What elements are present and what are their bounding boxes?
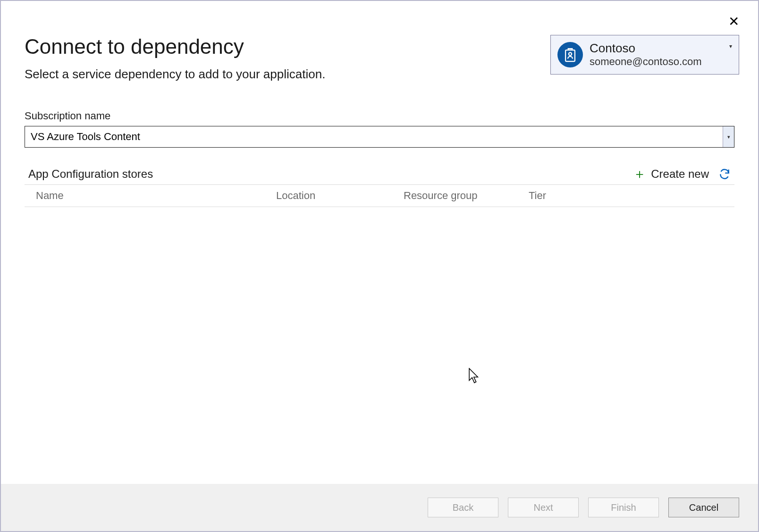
subscription-select[interactable]: VS Azure Tools Content ▾ xyxy=(25,126,734,148)
col-header-tier: Tier xyxy=(529,190,731,202)
next-button[interactable]: Next xyxy=(508,498,579,517)
finish-button[interactable]: Finish xyxy=(588,498,659,517)
account-name: Contoso xyxy=(590,41,726,56)
close-button[interactable]: ✕ xyxy=(728,15,739,28)
subscription-value: VS Azure Tools Content xyxy=(25,131,723,143)
create-new-label: Create new xyxy=(651,167,709,181)
account-text: Contoso someone@contoso.com xyxy=(590,41,726,68)
chevron-down-icon: ▾ xyxy=(729,43,732,50)
account-picker[interactable]: Contoso someone@contoso.com ▾ xyxy=(550,35,739,75)
refresh-button[interactable] xyxy=(718,168,731,180)
create-new-button[interactable]: ＋ Create new xyxy=(633,167,709,181)
plus-icon: ＋ xyxy=(633,167,646,181)
account-badge-icon xyxy=(557,42,583,67)
cancel-button[interactable]: Cancel xyxy=(668,498,739,517)
wizard-footer: Back Next Finish Cancel xyxy=(1,484,758,531)
table-header: Name Location Resource group Tier xyxy=(25,185,734,207)
col-header-resource-group: Resource group xyxy=(404,190,529,202)
dropdown-toggle-icon[interactable]: ▾ xyxy=(723,126,734,147)
subscription-label: Subscription name xyxy=(25,110,734,122)
stores-title: App Configuration stores xyxy=(28,167,153,181)
svg-point-1 xyxy=(569,52,572,55)
account-email: someone@contoso.com xyxy=(590,56,726,68)
back-button[interactable]: Back xyxy=(428,498,498,517)
col-header-location: Location xyxy=(276,190,404,202)
col-header-name: Name xyxy=(28,190,276,202)
